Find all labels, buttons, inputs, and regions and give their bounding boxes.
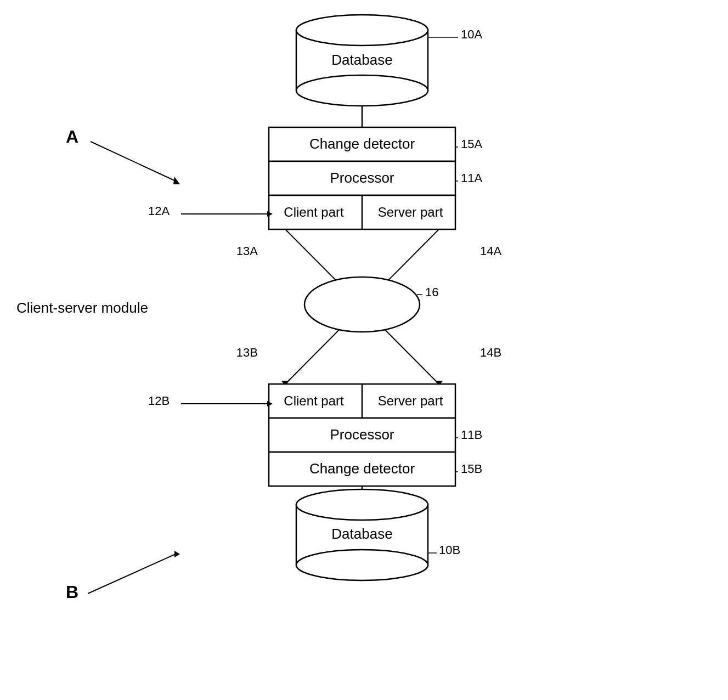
change-detector-b-label: Change detector [309, 460, 415, 477]
ref-14b: 14B [480, 346, 501, 359]
label-a: A [66, 127, 78, 146]
svg-line-28 [88, 554, 176, 594]
change-detector-a-label: Change detector [309, 136, 415, 152]
ref-15b: 15B [461, 462, 482, 476]
ref-11a: 11A [461, 171, 482, 185]
diagram-container: Database 10A Change detector 15A Process… [0, 0, 728, 700]
database-b-label: Database [331, 526, 392, 542]
ref-16: 16 [425, 285, 438, 299]
ref-12a: 12A [148, 204, 170, 218]
processor-b-label: Processor [330, 426, 394, 443]
client-part-a-label: Client part [284, 205, 344, 219]
arrow-a [173, 177, 180, 184]
network-ellipse [304, 277, 420, 332]
svg-point-2 [296, 75, 428, 106]
ref-10a: 10A [461, 27, 482, 41]
processor-a-label: Processor [330, 170, 394, 186]
client-part-b-label: Client part [284, 393, 344, 408]
ref-15a: 15A [461, 137, 482, 151]
svg-point-1 [296, 15, 428, 46]
ref-12b: 12B [148, 394, 170, 408]
ref-13b: 13B [236, 346, 258, 359]
client-server-module-label: Client-server module [16, 300, 148, 316]
database-a-label: Database [331, 52, 392, 68]
svg-line-12 [91, 142, 176, 181]
ref-14a: 14A [480, 244, 501, 258]
svg-point-25 [296, 489, 428, 520]
server-part-b-label: Server part [378, 393, 443, 408]
ref-13a: 13A [236, 244, 258, 258]
svg-point-26 [296, 550, 428, 580]
ref-10b: 10B [439, 543, 460, 557]
label-b: B [66, 582, 78, 602]
arrow-b [174, 551, 180, 557]
ref-11b: 11B [461, 428, 482, 442]
server-part-a-label: Server part [378, 205, 443, 219]
